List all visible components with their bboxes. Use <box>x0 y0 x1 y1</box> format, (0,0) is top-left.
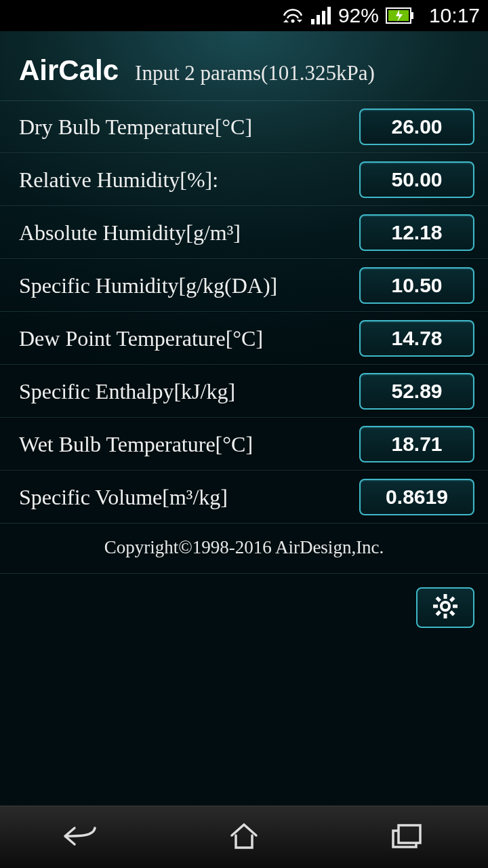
home-icon <box>228 822 260 853</box>
svg-point-0 <box>291 20 294 23</box>
header: AirCalc Input 2 params(101.325kPa) <box>0 42 488 100</box>
copyright: Copyright©1998-2016 AirDesign,Inc. <box>0 524 488 574</box>
svg-rect-2 <box>317 15 320 24</box>
param-list: Dry Bulb Temperature[°C] 26.00 Relative … <box>0 100 488 524</box>
row-specific-enthalpy: Specific Enthalpy[kJ/kg] 52.89 <box>0 365 488 418</box>
svg-rect-16 <box>449 610 455 616</box>
android-navbar <box>0 806 488 868</box>
back-icon <box>60 823 103 852</box>
svg-point-8 <box>441 602 449 610</box>
nav-recent-button[interactable] <box>380 823 434 852</box>
param-label: Dew Point Temperature[°C] <box>19 326 263 351</box>
param-label: Specific Enthalpy[kJ/kg] <box>19 379 235 404</box>
gear-icon <box>432 593 458 622</box>
row-absolute-humidity: Absolute Humidity[g/m³] 12.18 <box>0 206 488 259</box>
clock: 10:17 <box>429 4 480 27</box>
svg-rect-12 <box>453 605 458 608</box>
svg-rect-17 <box>399 825 420 843</box>
app-subtitle: Input 2 params(101.325kPa) <box>135 61 375 85</box>
value-button-specific-enthalpy[interactable]: 52.89 <box>359 373 474 410</box>
value-button-dew-point[interactable]: 14.78 <box>359 320 474 357</box>
row-dry-bulb-temp: Dry Bulb Temperature[°C] 26.00 <box>0 100 488 153</box>
svg-rect-13 <box>449 597 455 602</box>
param-label: Relative Humidity[%]: <box>19 167 218 193</box>
settings-row <box>0 574 488 628</box>
svg-rect-15 <box>436 597 441 602</box>
row-specific-volume: Specific Volume[m³/kg] 0.8619 <box>0 471 488 524</box>
param-label: Wet Bulb Temperature[°C] <box>19 432 253 457</box>
settings-button[interactable] <box>416 587 474 628</box>
battery-pct: 92% <box>338 4 379 27</box>
value-button-dry-bulb-temp[interactable]: 26.00 <box>359 108 474 145</box>
app-root: AirCalc Input 2 params(101.325kPa) Dry B… <box>0 31 488 806</box>
row-relative-humidity: Relative Humidity[%]: 50.00 <box>0 153 488 206</box>
svg-rect-7 <box>411 12 413 19</box>
row-specific-humidity: Specific Humidity[g/kg(DA)] 10.50 <box>0 259 488 312</box>
row-dew-point: Dew Point Temperature[°C] 14.78 <box>0 312 488 365</box>
value-button-specific-humidity[interactable]: 10.50 <box>359 267 474 304</box>
status-bar: 92% 10:17 <box>0 0 488 31</box>
svg-rect-14 <box>436 610 441 616</box>
svg-rect-1 <box>311 19 314 24</box>
recent-apps-icon <box>389 823 424 852</box>
value-button-specific-volume[interactable]: 0.8619 <box>359 479 474 515</box>
battery-icon <box>386 7 414 24</box>
value-button-wet-bulb-temp[interactable]: 18.71 <box>359 426 474 462</box>
value-button-relative-humidity[interactable]: 50.00 <box>359 161 474 198</box>
nav-back-button[interactable] <box>54 823 108 852</box>
app-title: AirCalc <box>19 54 119 87</box>
signal-icon <box>311 7 331 24</box>
svg-rect-3 <box>322 11 325 24</box>
param-label: Specific Humidity[g/kg(DA)] <box>19 273 277 298</box>
value-button-absolute-humidity[interactable]: 12.18 <box>359 214 474 251</box>
param-label: Specific Volume[m³/kg] <box>19 485 228 510</box>
wifi-sync-icon <box>281 6 304 25</box>
svg-rect-10 <box>444 614 447 618</box>
param-label: Absolute Humidity[g/m³] <box>19 220 241 245</box>
nav-home-button[interactable] <box>217 822 271 853</box>
svg-rect-4 <box>327 7 331 24</box>
row-wet-bulb-temp: Wet Bulb Temperature[°C] 18.71 <box>0 418 488 471</box>
param-label: Dry Bulb Temperature[°C] <box>19 115 252 140</box>
svg-rect-9 <box>444 594 447 599</box>
svg-rect-11 <box>433 605 438 608</box>
